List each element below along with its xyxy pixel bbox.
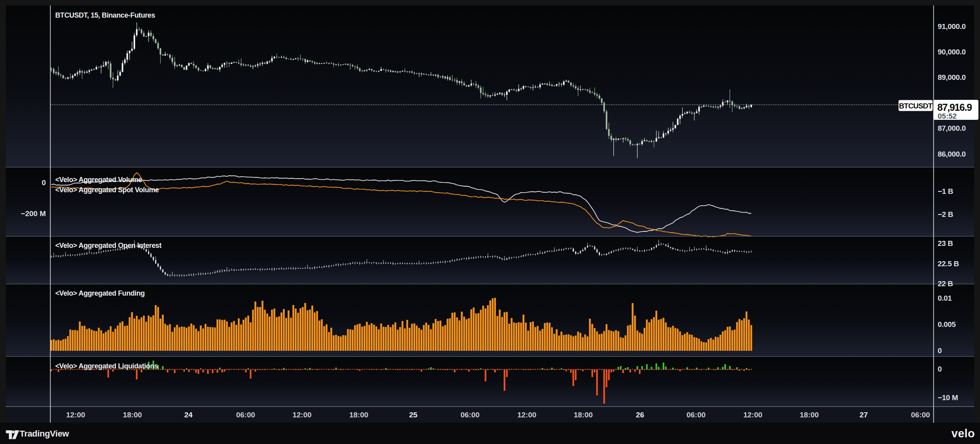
svg-text:<Velo> Aggregated Volume: <Velo> Aggregated Volume [55, 176, 142, 184]
svg-text:87,000.0: 87,000.0 [938, 124, 966, 132]
svg-text:0.005: 0.005 [938, 320, 956, 328]
svg-text:0.01: 0.01 [938, 294, 952, 302]
svg-text:06:00: 06:00 [236, 411, 255, 419]
svg-text:87,916.9: 87,916.9 [937, 102, 972, 113]
svg-text:<Velo> Aggregated Liquidations: <Velo> Aggregated Liquidations [55, 362, 158, 370]
svg-text:89,000.0: 89,000.0 [938, 73, 966, 81]
svg-text:23 B: 23 B [938, 239, 953, 247]
svg-text:−2 B: −2 B [938, 210, 953, 218]
svg-text:06:00: 06:00 [911, 411, 930, 419]
svg-text:86,000.0: 86,000.0 [938, 150, 966, 158]
svg-text:18:00: 18:00 [123, 411, 142, 419]
svg-text:0: 0 [938, 365, 942, 373]
svg-text:BTCUSDT, 15, Binance-Futures: BTCUSDT, 15, Binance-Futures [55, 11, 155, 19]
svg-text:25: 25 [409, 411, 418, 419]
svg-text:−10 M: −10 M [938, 393, 958, 402]
svg-text:BTCUSDT: BTCUSDT [899, 102, 933, 110]
svg-text:12:00: 12:00 [66, 411, 85, 419]
svg-text:12:00: 12:00 [293, 411, 312, 419]
svg-text:12:00: 12:00 [517, 411, 537, 419]
svg-text:06:00: 06:00 [461, 411, 480, 419]
svg-text:velo: velo [951, 427, 975, 440]
svg-text:05:52: 05:52 [938, 112, 957, 120]
svg-text:12:00: 12:00 [743, 411, 763, 419]
svg-text:90,000.0: 90,000.0 [938, 48, 966, 56]
svg-text:26: 26 [636, 411, 644, 419]
svg-text:18:00: 18:00 [349, 411, 369, 419]
svg-text:91,000.0: 91,000.0 [938, 22, 966, 31]
svg-text:<Velo> Aggregated Spot Volume: <Velo> Aggregated Spot Volume [55, 186, 159, 194]
svg-text:<Velo> Aggregated Funding: <Velo> Aggregated Funding [55, 289, 145, 297]
svg-text:<Velo> Aggregated Open Interes: <Velo> Aggregated Open Interest [55, 242, 161, 249]
svg-text:18:00: 18:00 [800, 411, 819, 419]
svg-text:24: 24 [184, 411, 193, 419]
svg-text:−1 B: −1 B [938, 187, 953, 195]
svg-text:06:00: 06:00 [687, 411, 706, 419]
svg-text:22.5 B: 22.5 B [938, 260, 959, 268]
svg-text:22 B: 22 B [938, 280, 953, 288]
svg-text:0: 0 [42, 179, 46, 187]
svg-text:TradingView: TradingView [20, 429, 69, 439]
svg-text:27: 27 [859, 411, 868, 419]
svg-text:0: 0 [938, 347, 942, 355]
svg-text:18:00: 18:00 [574, 411, 593, 419]
svg-text:−200 M: −200 M [21, 209, 46, 218]
